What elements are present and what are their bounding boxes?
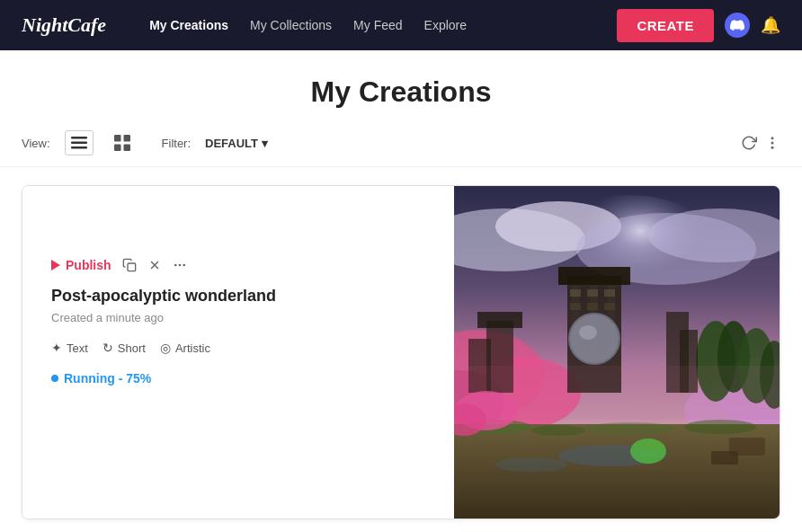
- tag-text-label: Text: [67, 341, 88, 355]
- publish-button[interactable]: Publish: [51, 258, 111, 272]
- card-actions: Publish: [51, 258, 425, 272]
- svg-rect-1: [71, 142, 87, 145]
- svg-rect-62: [454, 366, 780, 420]
- svg-rect-60: [711, 451, 738, 465]
- page-title: My Creations: [0, 75, 802, 109]
- discord-icon[interactable]: [725, 13, 750, 38]
- nav-my-creations[interactable]: My Creations: [149, 18, 228, 32]
- svg-point-53: [585, 422, 675, 435]
- publish-arrow-icon: [51, 260, 60, 270]
- card-subtitle: Created a minute ago: [51, 311, 425, 324]
- svg-point-54: [684, 420, 756, 434]
- svg-rect-10: [128, 263, 136, 271]
- main-content: My Creations View: Filter: DEFAULT ▾: [0, 50, 802, 532]
- grid-view-button[interactable]: [108, 130, 137, 155]
- nav-my-feed[interactable]: My Feed: [353, 18, 402, 32]
- text-tag-icon: ✦: [51, 341, 62, 355]
- creation-card: Publish: [22, 185, 780, 519]
- toolbar-right: [741, 135, 780, 151]
- svg-rect-37: [587, 289, 598, 297]
- card-info: Publish: [22, 186, 454, 519]
- page-title-area: My Creations: [0, 50, 802, 130]
- card-area: Publish: [0, 167, 802, 532]
- view-label: View:: [22, 137, 50, 150]
- tag-short-label: Short: [118, 341, 146, 355]
- svg-rect-39: [570, 303, 581, 310]
- status-dot: [51, 375, 58, 382]
- svg-rect-41: [604, 303, 615, 310]
- nav-right: CREATE 🔔: [617, 9, 780, 42]
- short-tag-icon: ↻: [102, 341, 113, 355]
- tag-short: ↻ Short: [102, 341, 146, 355]
- svg-rect-5: [114, 145, 121, 152]
- svg-rect-36: [570, 289, 581, 297]
- svg-point-14: [178, 264, 181, 267]
- svg-point-8: [771, 142, 774, 145]
- nav-explore[interactable]: Explore: [424, 18, 467, 32]
- card-image[interactable]: [454, 186, 780, 519]
- more-options-button[interactable]: [764, 135, 780, 151]
- bell-icon[interactable]: 🔔: [761, 15, 780, 35]
- svg-point-56: [495, 457, 567, 472]
- filter-dropdown[interactable]: DEFAULT ▾: [205, 137, 268, 150]
- svg-point-7: [771, 137, 774, 139]
- list-view-button[interactable]: [65, 130, 94, 155]
- svg-rect-6: [123, 145, 130, 152]
- nav-my-collections[interactable]: My Collections: [250, 18, 332, 32]
- svg-point-52: [531, 425, 585, 436]
- card-more-button[interactable]: [173, 258, 187, 272]
- svg-point-15: [183, 264, 185, 267]
- status-text: Running - 75%: [64, 371, 151, 386]
- svg-rect-40: [587, 303, 598, 310]
- svg-rect-4: [123, 135, 130, 142]
- logo[interactable]: NightCafe: [22, 13, 106, 37]
- svg-rect-32: [558, 267, 630, 285]
- svg-rect-0: [71, 137, 87, 139]
- navbar: NightCafe My Creations My Collections My…: [0, 0, 802, 50]
- filter-label: Filter:: [162, 137, 192, 150]
- copy-button[interactable]: [122, 258, 137, 272]
- delete-button[interactable]: [147, 258, 162, 272]
- card-title: Post-apocalyptic wonderland: [51, 287, 425, 306]
- toolbar: View: Filter: DEFAULT ▾: [0, 130, 802, 167]
- refresh-button[interactable]: [741, 135, 757, 151]
- tag-text: ✦ Text: [51, 341, 88, 355]
- svg-point-61: [630, 439, 666, 464]
- svg-rect-2: [71, 146, 87, 149]
- svg-rect-3: [114, 135, 121, 142]
- svg-point-44: [579, 325, 597, 340]
- create-button[interactable]: CREATE: [617, 9, 714, 42]
- tag-artistic: ◎ Artistic: [160, 341, 210, 355]
- svg-point-13: [174, 264, 177, 267]
- tag-artistic-label: Artistic: [175, 341, 210, 355]
- artistic-tag-icon: ◎: [160, 341, 171, 355]
- svg-point-9: [771, 146, 774, 149]
- nav-links: My Creations My Collections My Feed Expl…: [149, 18, 588, 32]
- card-tags: ✦ Text ↻ Short ◎ Artistic: [51, 341, 425, 355]
- card-status: Running - 75%: [51, 371, 425, 386]
- svg-rect-38: [604, 289, 615, 297]
- svg-rect-46: [477, 312, 522, 328]
